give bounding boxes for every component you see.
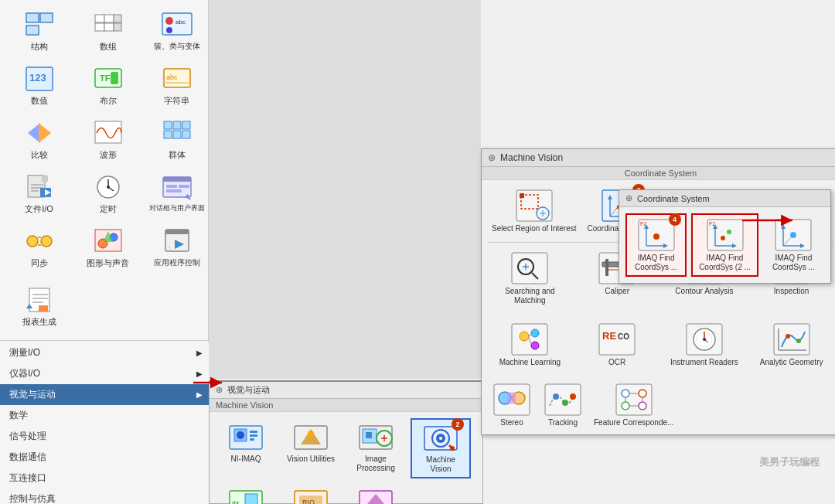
bottom-panel: ⊕ 视觉与运动 Machine Vision NI-IMAQ (209, 380, 483, 504)
svg-point-47 (27, 236, 38, 247)
icon-numeric[interactable]: 123 数值 (6, 60, 72, 111)
icon-graph[interactable]: 图形与声音 (75, 223, 141, 274)
svg-point-40 (107, 186, 110, 189)
svg-rect-8 (114, 23, 121, 31)
svg-text:F2: F2 (640, 221, 646, 226)
svg-rect-29 (182, 131, 190, 138)
mv-icon-stereo[interactable]: Stereo (488, 379, 536, 431)
menu-interface[interactable]: 互连接口 (0, 468, 209, 489)
mv-icon-feature[interactable]: Feature Corresponde... (590, 379, 677, 431)
coord-icon-find-1[interactable]: F2 4 IMAQ Find CoordSys ... (625, 213, 687, 277)
panel-icon-ni-imaq[interactable]: NI-IMAQ (216, 418, 276, 468)
icon-string[interactable]: abc 字符串 (144, 60, 210, 111)
svg-point-73 (308, 431, 314, 437)
svg-text:RE: RE (602, 330, 616, 342)
panel-icon-img-proc[interactable]: Image Processing (346, 418, 406, 477)
icon-timing[interactable]: 定时 (75, 169, 141, 220)
panel-icon-vision-util[interactable]: Vision Utilities (281, 418, 341, 468)
badge-4: 4 (669, 213, 681, 226)
svg-rect-28 (173, 131, 181, 138)
bg-gray (209, 0, 481, 379)
svg-rect-26 (182, 121, 190, 129)
icon-array[interactable]: 数组 (75, 6, 141, 57)
divider (0, 340, 208, 341)
svg-rect-69 (250, 434, 257, 437)
svg-rect-64 (39, 305, 48, 312)
svg-rect-24 (164, 121, 172, 129)
menu-math[interactable]: 数学 (0, 405, 209, 426)
mv-icon-instrument[interactable]: Instrument Readers (663, 318, 747, 371)
svg-rect-165 (616, 384, 652, 415)
svg-rect-45 (166, 189, 182, 192)
mv-icon-learning[interactable]: Machine Learning (488, 318, 572, 371)
icon-grid: 结构 数组 abc (0, 0, 208, 280)
coord-icons-row: F2 4 IMAQ Find CoordSys ... F2 (619, 207, 830, 283)
svg-rect-17 (111, 72, 118, 84)
svg-text:dx: dx (232, 499, 240, 504)
panel-icon-vision-express[interactable]: Vision Express (346, 483, 406, 504)
svg-rect-25 (173, 121, 181, 129)
icon-appctrl[interactable]: ↑ 应用程序控制 (144, 223, 210, 274)
mv-icon-tracking[interactable]: Tracking (539, 379, 587, 431)
svg-rect-6 (104, 23, 114, 31)
icon-group[interactable]: 群体 (144, 114, 210, 165)
panel-icon-vision-rio[interactable]: RIO Vision RIO (281, 483, 341, 504)
svg-point-83 (439, 437, 442, 440)
main-window: 结构 数组 abc (0, 0, 209, 504)
icon-fileio[interactable]: 文件I/O (6, 169, 72, 220)
svg-rect-161 (545, 384, 581, 415)
coord-title: ⊕ Coordinate System (619, 190, 830, 207)
svg-point-139 (531, 329, 539, 337)
icon-sync[interactable]: 同步 (6, 223, 72, 274)
svg-rect-7 (114, 15, 121, 22)
svg-rect-88 (245, 494, 257, 504)
svg-text:abc: abc (176, 19, 186, 26)
menu-vision-motion[interactable]: ← 1 视觉与运动 ▶ (0, 384, 209, 405)
svg-point-151 (703, 338, 706, 341)
mv-icon-search[interactable]: Searching and Matching (488, 247, 572, 309)
svg-rect-127 (605, 259, 608, 276)
mv-icon-analytic[interactable]: Analytic Geometry (749, 318, 833, 371)
mv-icon-roi[interactable]: Select Region of Interest (488, 185, 581, 237)
icon-compare[interactable]: 比较 (6, 114, 72, 165)
svg-point-160 (507, 392, 516, 404)
coord-icon-find-2[interactable]: F2 IMAQ Find CoordSys (2 ... (691, 213, 758, 277)
svg-marker-21 (28, 123, 40, 143)
svg-rect-2 (26, 26, 39, 35)
menu-signal[interactable]: 信号处理 (0, 426, 209, 447)
icon-bool[interactable]: TF 布尔 (75, 60, 141, 111)
svg-point-186 (721, 236, 725, 240)
svg-text:↑: ↑ (169, 246, 171, 250)
svg-point-169 (639, 402, 646, 410)
coord-pin-icon: ⊕ (625, 193, 632, 203)
menu-measurement-io[interactable]: 测量I/O ▶ (0, 342, 209, 363)
mv-icon-ocr[interactable]: RE CO OCR (575, 318, 659, 371)
panel-icon-ni-imaqdx[interactable]: dx NI-IMAQdx (216, 483, 276, 504)
icon-struct[interactable]: 结构 (6, 6, 72, 57)
icon-report[interactable]: 报表生成 (6, 281, 72, 332)
menu-data-comm[interactable]: 数据通信 (0, 447, 209, 468)
menu-control-sim[interactable]: 控制与仿真 (0, 489, 209, 504)
mv-row3: Machine Learning RE CO OCR (482, 314, 835, 376)
svg-point-48 (41, 236, 52, 247)
icon-cluster[interactable]: abc 簇、类与变体 (144, 6, 210, 57)
svg-point-156 (796, 339, 801, 343)
icon-waveform[interactable]: 波形 (75, 114, 141, 165)
panel-icons-row: NI-IMAQ Vision Utilities (210, 412, 482, 504)
badge-2: 2 (452, 418, 464, 431)
svg-rect-76 (366, 432, 372, 438)
svg-rect-3 (95, 15, 104, 22)
svg-point-166 (622, 390, 629, 397)
icon-dialog[interactable]: 对话框与用户界面 (144, 169, 210, 220)
menu-instrument-io[interactable]: 仪器I/O ▶ (0, 363, 209, 384)
svg-text:123: 123 (29, 72, 46, 83)
mv-section-coord-label: Coordinate System (482, 167, 835, 180)
watermark: 美男子玩编程 (759, 455, 820, 469)
panel-icon-machine-vision[interactable]: 2 Machine Vision (411, 418, 471, 478)
svg-rect-42 (163, 177, 191, 182)
submenu-arrow: ▶ (196, 369, 203, 378)
svg-rect-120 (512, 253, 547, 284)
svg-rect-4 (104, 15, 114, 22)
submenu-arrow: ▶ (196, 390, 203, 399)
coord-icon-find-3[interactable]: IMAQ Find CoordSys ... (763, 213, 824, 277)
